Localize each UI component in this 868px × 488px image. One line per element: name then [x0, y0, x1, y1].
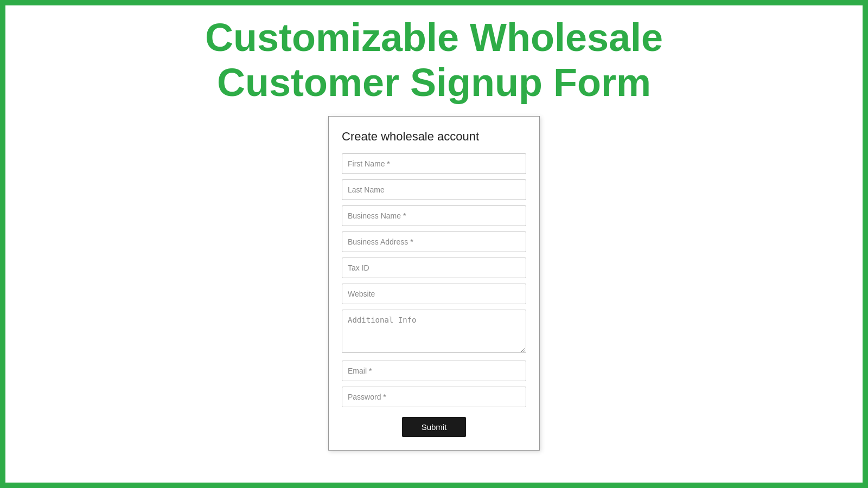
form-container: Create wholesale account Submit: [328, 116, 540, 451]
page-title: Customizable Wholesale Customer Signup F…: [5, 5, 863, 116]
additional-info-input[interactable]: [342, 310, 526, 353]
email-input[interactable]: [342, 361, 526, 381]
website-input[interactable]: [342, 284, 526, 304]
business-name-input[interactable]: [342, 206, 526, 226]
tax-id-input[interactable]: [342, 258, 526, 278]
first-name-input[interactable]: [342, 153, 526, 174]
form-title: Create wholesale account: [342, 130, 526, 144]
last-name-input[interactable]: [342, 179, 526, 200]
page-wrapper: Customizable Wholesale Customer Signup F…: [0, 0, 868, 488]
password-input[interactable]: [342, 387, 526, 407]
business-address-input[interactable]: [342, 232, 526, 252]
submit-button[interactable]: Submit: [402, 417, 467, 437]
